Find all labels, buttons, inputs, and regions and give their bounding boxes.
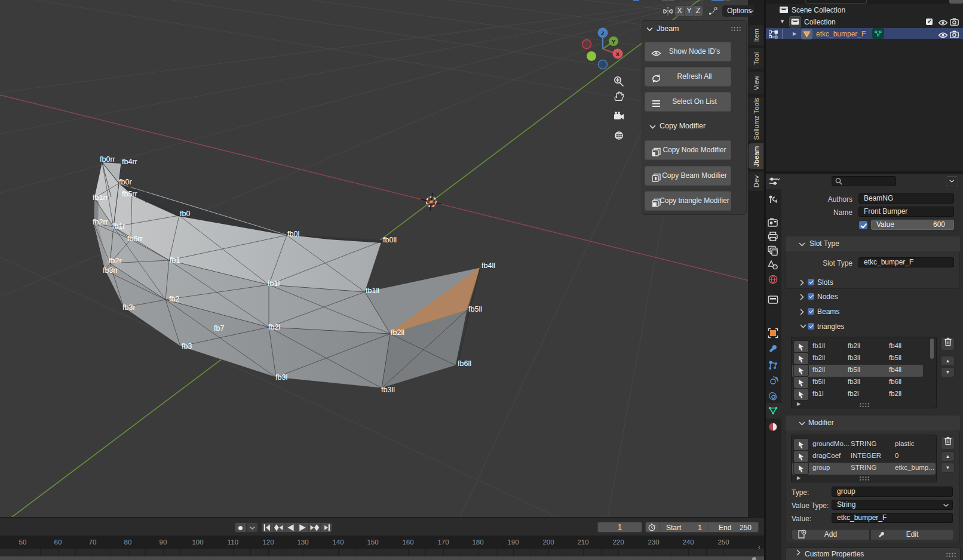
svg-text:fb1r: fb1r <box>112 222 125 230</box>
svg-text:fb1ll: fb1ll <box>366 287 379 295</box>
svg-text:fb3l: fb3l <box>275 373 287 381</box>
svg-text:fb7: fb7 <box>214 324 224 333</box>
svg-text:fb5rr: fb5rr <box>122 190 137 198</box>
svg-text:X: X <box>616 51 620 57</box>
svg-text:fb0: fb0 <box>180 210 190 218</box>
svg-text:fb2l: fb2l <box>268 323 280 331</box>
svg-text:fb0l: fb0l <box>287 230 299 238</box>
svg-text:fb2ll: fb2ll <box>391 328 404 337</box>
svg-text:Y: Y <box>612 38 616 45</box>
svg-text:fb2r: fb2r <box>109 257 122 265</box>
svg-text:fb3rr: fb3rr <box>103 266 118 275</box>
svg-text:fb4rr: fb4rr <box>122 158 137 166</box>
svg-text:Z: Z <box>601 30 605 36</box>
svg-text:fb4ll: fb4ll <box>481 261 495 270</box>
svg-text:fb3r: fb3r <box>122 303 136 312</box>
svg-text:fb5ll: fb5ll <box>468 305 482 313</box>
svg-text:fb1rr: fb1rr <box>93 193 108 202</box>
svg-text:fb0rr: fb0rr <box>100 155 115 164</box>
svg-text:fb6rr: fb6rr <box>127 235 143 243</box>
svg-text:fb1: fb1 <box>170 256 180 264</box>
svg-text:fb2rr: fb2rr <box>93 218 108 226</box>
svg-text:fb6ll: fb6ll <box>458 359 471 368</box>
svg-text:fb3: fb3 <box>182 342 192 350</box>
svg-text:fb0r: fb0r <box>119 178 132 186</box>
svg-text:fb1l: fb1l <box>268 279 280 288</box>
svg-text:fb3ll: fb3ll <box>381 386 395 394</box>
svg-text:fb2: fb2 <box>169 295 179 303</box>
svg-text:fb0ll: fb0ll <box>383 236 397 244</box>
